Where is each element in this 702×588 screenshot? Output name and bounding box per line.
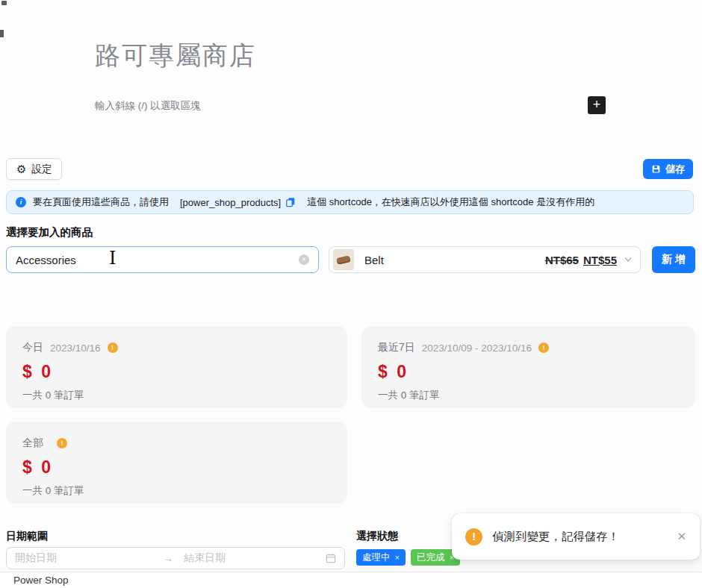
save-button[interactable]: 儲存 [643, 159, 693, 179]
warning-circle-icon[interactable]: ! [538, 343, 549, 353]
clipped-icon-fragment [1, 1, 7, 5]
clear-search-icon[interactable]: × [299, 254, 309, 265]
breadcrumb-block-name[interactable]: Power Shop [13, 575, 69, 586]
status-tag-processing[interactable]: 處理中 × [356, 549, 406, 566]
stat-card-today: 今日 2023/10/16 ! $ 0 一共 0 筆訂單 [6, 326, 347, 408]
shortcode-text: [power_shop_products] [180, 197, 281, 208]
footer-bar [0, 572, 702, 588]
stat-orders: 一共 0 筆訂單 [378, 389, 679, 402]
stat-label: 今日 [22, 341, 43, 354]
product-search-input[interactable] [16, 254, 299, 266]
warning-circle-icon[interactable]: ! [57, 438, 67, 448]
text-cursor-icon: I [109, 248, 116, 269]
product-name: Belt [364, 254, 384, 266]
gear-icon: ⚙ [16, 163, 26, 175]
stat-date: 2023/10/09 - 2023/10/16 [422, 343, 532, 354]
toast-message: 偵測到變更，記得儲存！ [492, 530, 667, 544]
unsaved-changes-toast: ! 偵測到變更，記得儲存！ ✕ [452, 513, 700, 560]
stat-date: 2023/10/16 [50, 343, 101, 354]
end-date-input[interactable]: 結束日期 [184, 551, 326, 565]
product-thumbnail [333, 249, 354, 270]
settings-button[interactable]: ⚙ 設定 [6, 158, 62, 180]
stat-amount: $ 0 [22, 457, 331, 478]
shortcode-info-banner: i 要在頁面使用這些商品，請使用 [power_shop_products] 這… [6, 190, 694, 214]
stat-amount: $ 0 [22, 362, 331, 382]
product-select[interactable]: Belt NT$65 NT$55 [329, 246, 641, 273]
plus-icon: + [593, 97, 601, 112]
block-placeholder[interactable]: 輸入斜線 (/) 以選取區塊 [95, 99, 201, 113]
stat-label: 全部 [22, 437, 43, 450]
start-date-input[interactable]: 開始日期 [15, 551, 163, 565]
stat-card-last7days: 最近7日 2023/10/09 - 2023/10/16 ! $ 0 一共 0 … [361, 326, 695, 408]
stat-orders: 一共 0 筆訂單 [22, 389, 331, 402]
price-original: NT$65 [545, 254, 579, 266]
date-range-picker[interactable]: 開始日期 → 結束日期 [6, 547, 345, 569]
info-circle-icon: i [16, 197, 26, 207]
save-button-label: 儲存 [665, 163, 685, 176]
status-tag-label: 已完成 [417, 551, 445, 564]
calendar-icon[interactable] [326, 553, 336, 563]
warning-circle-icon[interactable]: ! [108, 343, 118, 353]
banner-text-after: 這個 shortcode，在快速商店以外使用這個 shortcode 是沒有作用… [307, 196, 594, 209]
warning-circle-icon: ! [465, 528, 482, 545]
arrow-right-icon: → [163, 552, 173, 564]
status-tag-label: 處理中 [362, 551, 391, 564]
product-search-box[interactable]: × [6, 246, 319, 273]
copy-icon[interactable] [285, 197, 296, 207]
stat-orders: 一共 0 筆訂單 [22, 484, 331, 498]
belt-image [336, 255, 350, 265]
price-sale: NT$55 [583, 254, 617, 266]
page-title[interactable]: 路可專屬商店 [95, 39, 256, 73]
close-icon[interactable]: ✕ [677, 530, 686, 543]
remove-tag-icon[interactable]: × [395, 553, 400, 562]
add-product-button[interactable]: 新 增 [652, 246, 695, 273]
stat-amount: $ 0 [378, 362, 679, 382]
save-icon [651, 164, 661, 174]
clipped-icon-fragment [0, 30, 4, 37]
stat-card-all: 全部 ! $ 0 一共 0 筆訂單 [6, 422, 347, 504]
date-range-label: 日期範圍 [6, 530, 48, 543]
banner-text-before: 要在頁面使用這些商品，請使用 [33, 196, 169, 209]
stat-label: 最近7日 [378, 341, 415, 354]
status-select-label: 選擇狀態 [356, 530, 398, 543]
status-tags: 處理中 × 已完成 × [356, 549, 460, 566]
settings-button-label: 設定 [31, 163, 52, 176]
block-inserter-button[interactable]: + [588, 96, 606, 114]
chevron-down-icon [624, 255, 633, 264]
product-picker-label: 選擇要加入的商品 [6, 225, 93, 240]
